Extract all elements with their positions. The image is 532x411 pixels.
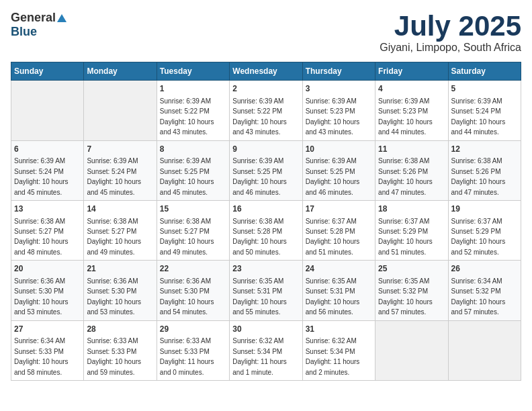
header-cell-saturday: Saturday — [448, 62, 521, 81]
day-info: Sunrise: 6:35 AM Sunset: 5:31 PM Dayligh… — [232, 277, 287, 316]
logo: General Blue — [11, 11, 66, 39]
day-cell: 20Sunrise: 6:36 AM Sunset: 5:30 PM Dayli… — [11, 261, 84, 320]
day-info: Sunrise: 6:38 AM Sunset: 5:27 PM Dayligh… — [87, 218, 141, 256]
day-number: 29 — [160, 324, 226, 335]
day-cell: 7Sunrise: 6:39 AM Sunset: 5:24 PM Daylig… — [84, 140, 157, 200]
day-cell: 13Sunrise: 6:38 AM Sunset: 5:27 PM Dayli… — [11, 200, 84, 260]
day-number: 9 — [232, 144, 299, 155]
header-cell-friday: Friday — [375, 62, 448, 81]
day-cell: 30Sunrise: 6:32 AM Sunset: 5:34 PM Dayli… — [230, 320, 302, 380]
day-number: 25 — [378, 263, 445, 275]
day-number: 3 — [306, 83, 372, 95]
day-cell: 15Sunrise: 6:38 AM Sunset: 5:27 PM Dayli… — [157, 200, 229, 260]
day-cell — [375, 320, 448, 380]
day-number: 7 — [87, 144, 153, 155]
day-cell: 24Sunrise: 6:35 AM Sunset: 5:31 PM Dayli… — [302, 261, 375, 320]
day-cell: 11Sunrise: 6:38 AM Sunset: 5:26 PM Dayli… — [375, 140, 448, 200]
week-row-4: 20Sunrise: 6:36 AM Sunset: 5:30 PM Dayli… — [11, 261, 521, 320]
day-cell: 10Sunrise: 6:39 AM Sunset: 5:25 PM Dayli… — [302, 140, 375, 200]
day-number: 24 — [306, 263, 372, 275]
page-header: General Blue July 2025 Giyani, Limpopo, … — [11, 11, 521, 54]
day-number: 11 — [378, 144, 445, 155]
day-info: Sunrise: 6:36 AM Sunset: 5:30 PM Dayligh… — [160, 277, 214, 316]
day-number: 26 — [451, 263, 518, 275]
logo-triangle-icon — [57, 14, 66, 22]
day-number: 12 — [451, 144, 518, 155]
day-cell: 23Sunrise: 6:35 AM Sunset: 5:31 PM Dayli… — [230, 261, 302, 320]
day-number: 30 — [232, 324, 299, 335]
day-cell: 6Sunrise: 6:39 AM Sunset: 5:24 PM Daylig… — [11, 140, 84, 200]
week-row-3: 13Sunrise: 6:38 AM Sunset: 5:27 PM Dayli… — [11, 200, 521, 260]
day-number: 13 — [14, 203, 81, 215]
day-info: Sunrise: 6:39 AM Sunset: 5:24 PM Dayligh… — [14, 157, 69, 195]
logo-blue-text: Blue — [11, 25, 37, 39]
day-info: Sunrise: 6:37 AM Sunset: 5:29 PM Dayligh… — [451, 218, 506, 256]
day-info: Sunrise: 6:39 AM Sunset: 5:22 PM Dayligh… — [160, 97, 214, 136]
day-info: Sunrise: 6:39 AM Sunset: 5:25 PM Dayligh… — [306, 157, 360, 195]
day-cell: 25Sunrise: 6:35 AM Sunset: 5:32 PM Dayli… — [375, 261, 448, 320]
day-cell — [448, 320, 521, 380]
day-number: 28 — [87, 324, 153, 335]
day-cell: 4Sunrise: 6:39 AM Sunset: 5:23 PM Daylig… — [375, 81, 448, 140]
day-cell: 2Sunrise: 6:39 AM Sunset: 5:22 PM Daylig… — [230, 81, 302, 140]
day-cell: 16Sunrise: 6:38 AM Sunset: 5:28 PM Dayli… — [230, 200, 302, 260]
day-info: Sunrise: 6:35 AM Sunset: 5:31 PM Dayligh… — [306, 277, 360, 316]
day-info: Sunrise: 6:35 AM Sunset: 5:32 PM Dayligh… — [378, 277, 433, 316]
day-number: 23 — [232, 263, 299, 275]
day-info: Sunrise: 6:36 AM Sunset: 5:30 PM Dayligh… — [14, 277, 69, 316]
day-cell: 9Sunrise: 6:39 AM Sunset: 5:25 PM Daylig… — [230, 140, 302, 200]
day-info: Sunrise: 6:34 AM Sunset: 5:32 PM Dayligh… — [451, 277, 506, 316]
day-number: 15 — [160, 203, 226, 215]
day-cell: 3Sunrise: 6:39 AM Sunset: 5:23 PM Daylig… — [302, 81, 375, 140]
day-info: Sunrise: 6:33 AM Sunset: 5:33 PM Dayligh… — [87, 337, 141, 375]
day-cell — [11, 81, 84, 140]
day-info: Sunrise: 6:34 AM Sunset: 5:33 PM Dayligh… — [14, 337, 69, 375]
day-info: Sunrise: 6:38 AM Sunset: 5:27 PM Dayligh… — [160, 218, 214, 256]
calendar-table: SundayMondayTuesdayWednesdayThursdayFrid… — [11, 62, 521, 381]
day-info: Sunrise: 6:39 AM Sunset: 5:23 PM Dayligh… — [378, 97, 433, 136]
day-cell — [84, 81, 157, 140]
day-cell: 8Sunrise: 6:39 AM Sunset: 5:25 PM Daylig… — [157, 140, 229, 200]
day-info: Sunrise: 6:32 AM Sunset: 5:34 PM Dayligh… — [306, 337, 360, 375]
day-cell: 5Sunrise: 6:39 AM Sunset: 5:24 PM Daylig… — [448, 81, 521, 140]
day-info: Sunrise: 6:39 AM Sunset: 5:24 PM Dayligh… — [87, 157, 141, 195]
day-info: Sunrise: 6:38 AM Sunset: 5:26 PM Dayligh… — [451, 157, 506, 195]
day-cell: 19Sunrise: 6:37 AM Sunset: 5:29 PM Dayli… — [448, 200, 521, 260]
header-cell-tuesday: Tuesday — [157, 62, 229, 81]
title-block: July 2025 Giyani, Limpopo, South Africa — [380, 11, 521, 54]
week-row-5: 27Sunrise: 6:34 AM Sunset: 5:33 PM Dayli… — [11, 320, 521, 380]
day-info: Sunrise: 6:38 AM Sunset: 5:27 PM Dayligh… — [14, 218, 69, 256]
day-number: 6 — [14, 144, 81, 155]
day-number: 19 — [451, 203, 518, 215]
day-cell: 18Sunrise: 6:37 AM Sunset: 5:29 PM Dayli… — [375, 200, 448, 260]
day-number: 17 — [306, 203, 372, 215]
day-info: Sunrise: 6:37 AM Sunset: 5:29 PM Dayligh… — [378, 218, 433, 256]
header-cell-sunday: Sunday — [11, 62, 84, 81]
day-cell: 12Sunrise: 6:38 AM Sunset: 5:26 PM Dayli… — [448, 140, 521, 200]
day-cell: 14Sunrise: 6:38 AM Sunset: 5:27 PM Dayli… — [84, 200, 157, 260]
day-number: 14 — [87, 203, 153, 215]
day-number: 1 — [160, 83, 226, 95]
day-number: 20 — [14, 263, 81, 275]
day-cell: 27Sunrise: 6:34 AM Sunset: 5:33 PM Dayli… — [11, 320, 84, 380]
day-cell: 22Sunrise: 6:36 AM Sunset: 5:30 PM Dayli… — [157, 261, 229, 320]
day-number: 31 — [306, 324, 372, 335]
header-cell-monday: Monday — [84, 62, 157, 81]
day-info: Sunrise: 6:39 AM Sunset: 5:25 PM Dayligh… — [160, 157, 214, 195]
day-cell: 28Sunrise: 6:33 AM Sunset: 5:33 PM Dayli… — [84, 320, 157, 380]
day-info: Sunrise: 6:39 AM Sunset: 5:24 PM Dayligh… — [451, 97, 506, 136]
day-info: Sunrise: 6:39 AM Sunset: 5:22 PM Dayligh… — [232, 97, 287, 136]
day-number: 21 — [87, 263, 153, 275]
day-info: Sunrise: 6:36 AM Sunset: 5:30 PM Dayligh… — [87, 277, 141, 316]
header-cell-wednesday: Wednesday — [230, 62, 302, 81]
header-cell-thursday: Thursday — [302, 62, 375, 81]
day-number: 4 — [378, 83, 445, 95]
location-text: Giyani, Limpopo, South Africa — [380, 42, 521, 54]
day-info: Sunrise: 6:39 AM Sunset: 5:25 PM Dayligh… — [232, 157, 287, 195]
day-cell: 17Sunrise: 6:37 AM Sunset: 5:28 PM Dayli… — [302, 200, 375, 260]
day-info: Sunrise: 6:38 AM Sunset: 5:26 PM Dayligh… — [378, 157, 433, 195]
day-number: 10 — [306, 144, 372, 155]
day-cell: 21Sunrise: 6:36 AM Sunset: 5:30 PM Dayli… — [84, 261, 157, 320]
calendar-header: SundayMondayTuesdayWednesdayThursdayFrid… — [11, 62, 521, 81]
day-number: 27 — [14, 324, 81, 335]
